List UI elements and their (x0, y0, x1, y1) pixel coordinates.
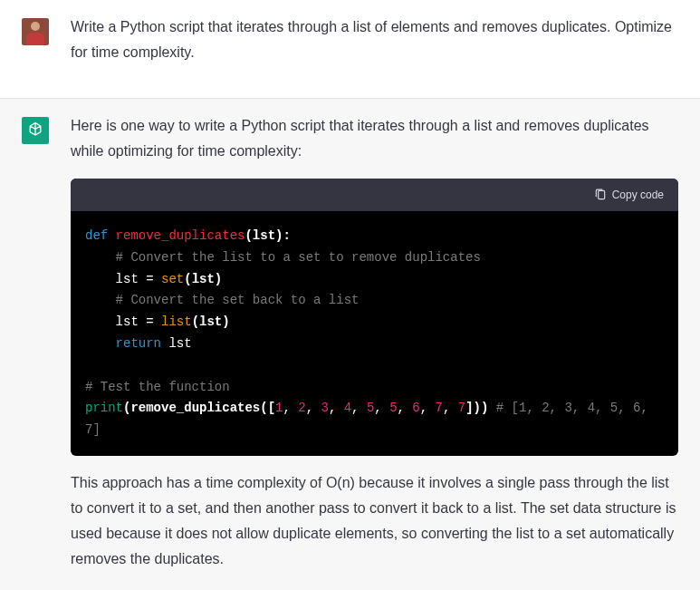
copy-code-label: Copy code (612, 186, 664, 205)
code-block: Copy code def remove_duplicates(lst): # … (71, 179, 678, 456)
assistant-avatar (22, 117, 49, 144)
copy-code-button[interactable]: Copy code (594, 186, 664, 205)
user-message: Write a Python script that iterates thro… (0, 0, 700, 99)
assistant-message: Here is one way to write a Python script… (0, 99, 700, 590)
assistant-message-content: Here is one way to write a Python script… (71, 117, 678, 586)
assistant-intro: Here is one way to write a Python script… (71, 113, 678, 164)
assistant-outro: This approach has a time complexity of O… (71, 470, 678, 572)
code-content[interactable]: def remove_duplicates(lst): # Convert th… (71, 211, 678, 456)
user-text: Write a Python script that iterates thro… (71, 15, 678, 65)
code-header: Copy code (71, 179, 678, 211)
clipboard-icon (594, 189, 607, 201)
user-avatar (22, 18, 49, 45)
openai-logo-icon (26, 121, 44, 140)
user-message-content: Write a Python script that iterates thro… (71, 18, 678, 80)
svg-rect-0 (598, 190, 604, 198)
